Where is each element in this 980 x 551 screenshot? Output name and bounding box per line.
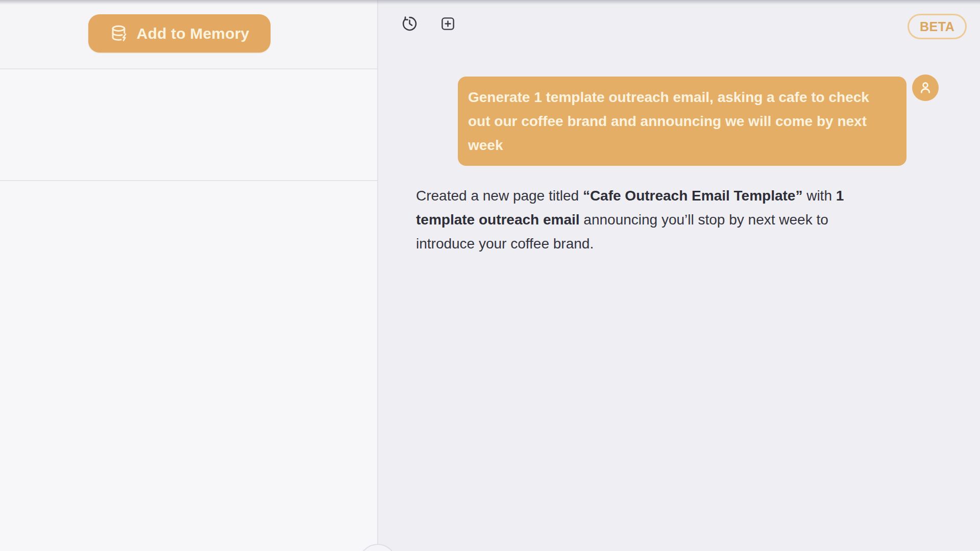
add-to-memory-button[interactable]: Add to Memory	[88, 14, 271, 53]
assistant-response: Created a new page titled “Cafe Outreach…	[416, 184, 878, 256]
add-to-memory-label: Add to Memory	[137, 25, 250, 42]
memory-sidebar: Add to Memory	[0, 0, 377, 551]
response-prefix: Created a new page titled	[416, 188, 583, 204]
response-mid: with	[802, 188, 836, 204]
panel-divider	[377, 0, 378, 551]
sidebar-divider-top	[0, 68, 377, 69]
app-window: Add to Memory BETA Generate 1 t	[0, 0, 980, 551]
user-avatar	[912, 74, 939, 101]
user-message-bubble: Generate 1 template outreach email, aski…	[458, 77, 906, 166]
beta-badge-label: BETA	[920, 19, 954, 34]
plus-square-icon[interactable]	[440, 16, 456, 32]
database-bolt-icon	[110, 24, 129, 43]
person-icon	[917, 79, 934, 96]
response-page-title: “Cafe Outreach Email Template”	[583, 188, 803, 204]
chat-panel: BETA Generate 1 template outreach email,…	[378, 0, 980, 551]
beta-badge: BETA	[908, 14, 967, 39]
sidebar-divider-bottom	[0, 180, 377, 181]
history-icon[interactable]	[401, 15, 418, 32]
user-message-text: Generate 1 template outreach email, aski…	[468, 89, 869, 153]
